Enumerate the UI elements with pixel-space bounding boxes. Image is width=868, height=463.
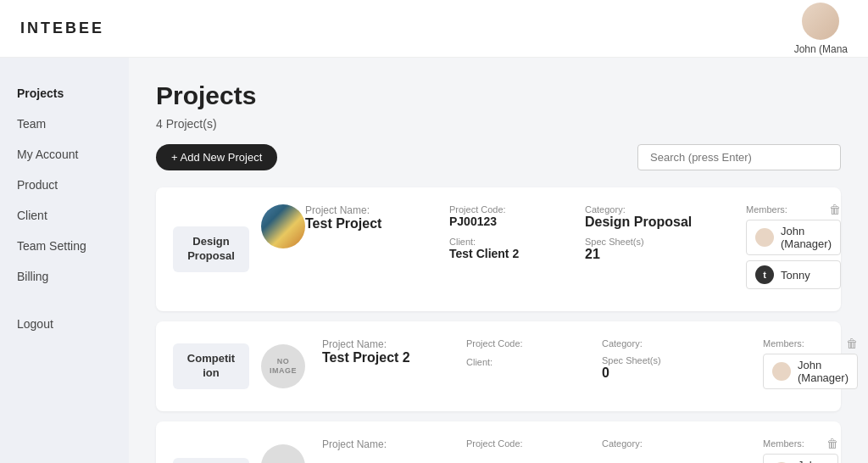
user-name: John (Mana [794, 43, 848, 55]
avatar [802, 3, 839, 40]
toolbar: + Add New Project [156, 144, 841, 170]
sidebar-item-logout[interactable]: Logout [0, 309, 129, 339]
sidebar-item-client[interactable]: Client [0, 200, 129, 231]
project-name-label: Project Name: [322, 438, 441, 450]
user-area[interactable]: John (Mana [794, 3, 848, 55]
members-section: 🗑 Members: John (Mana [763, 438, 838, 463]
members-section: 🗑 Members: John (Manager) t Tonny [746, 204, 841, 294]
project-info: Project Name: Test Project [305, 204, 424, 232]
cat-label: Category: [585, 204, 721, 215]
delete-icon[interactable]: 🗑 [846, 337, 858, 350]
project-name-label: Project Name: [305, 204, 424, 216]
member-name: John (Manager) [798, 359, 849, 384]
sidebar-spacer [0, 292, 129, 309]
client-value: Test Client 2 [449, 247, 559, 260]
project-image: NOIMAGE [261, 344, 305, 388]
category-info: Category: Spec Sheet(s) 0 [602, 338, 737, 381]
member-name: John (Manager) [781, 225, 832, 250]
project-info: Project Name: [322, 438, 441, 450]
project-info: Project Name: Test Project 2 [322, 338, 441, 365]
member-avatar: t [755, 265, 774, 284]
category-badge: DesignProposal [173, 226, 249, 272]
project-details: Project Code: [466, 438, 576, 457]
sidebar-item-billing[interactable]: Billing [0, 261, 129, 292]
cat-label: Category: [602, 338, 737, 349]
member-avatar [772, 362, 791, 381]
cat-label: Category: [602, 438, 737, 449]
logo: INTEBEE [20, 20, 104, 37]
sidebar-item-team-setting[interactable]: Team Setting [0, 231, 129, 261]
client-label: Client: [466, 357, 576, 367]
project-code-label: Project Code: [449, 204, 559, 215]
member-row: John (Manager) [746, 220, 841, 255]
category-info: Category: Design Proposal Spec Sheet(s) … [585, 204, 721, 262]
project-name-label: Project Name: [322, 338, 441, 350]
member-name: Tonny [781, 269, 810, 282]
project-card: Competition NOIMAGE Project Name: Test P… [156, 321, 841, 411]
cat-value: Design Proposal [585, 215, 721, 230]
client-label: Client: [449, 237, 559, 247]
search-input[interactable] [637, 144, 841, 170]
category-badge [173, 458, 249, 463]
project-code-block: Project Code: [466, 338, 576, 349]
page-title: Projects [156, 81, 841, 110]
project-code-label: Project Code: [466, 338, 576, 349]
add-project-button[interactable]: + Add New Project [156, 144, 277, 170]
members-label: Members: [746, 204, 841, 215]
sidebar-item-product[interactable]: Product [0, 170, 129, 200]
sidebar-item-team[interactable]: Team [0, 109, 129, 139]
members-section: 🗑 Members: John (Manager) [763, 338, 858, 394]
delete-icon[interactable]: 🗑 [826, 437, 838, 450]
project-count: 4 Project(s) [156, 117, 841, 131]
main-layout: Projects Team My Account Product Client … [0, 58, 868, 463]
project-code-block: Project Code: [466, 438, 576, 449]
delete-icon[interactable]: 🗑 [829, 203, 841, 216]
project-code-label: Project Code: [466, 438, 576, 449]
spec-label: Spec Sheet(s) [602, 355, 737, 365]
spec-label: Spec Sheet(s) [585, 237, 721, 247]
sidebar-item-projects[interactable]: Projects [0, 78, 129, 109]
member-row: t Tonny [746, 260, 841, 289]
client-block: Client: [466, 357, 576, 367]
project-card: Project Name: Project Code: Category: 🗑 … [156, 421, 841, 463]
member-name: John (Mana [798, 459, 829, 463]
sidebar-item-my-account[interactable]: My Account [0, 139, 129, 170]
members-label: Members: [763, 338, 858, 349]
client-block: Client: Test Client 2 [449, 237, 559, 260]
project-name-value: Test Project [305, 216, 424, 232]
project-details: Project Code: PJ00123 Client: Test Clien… [449, 204, 559, 269]
spec-count: 0 [602, 365, 737, 381]
project-details: Project Code: Client: [466, 338, 576, 376]
category-info: Category: [602, 438, 737, 449]
content-area: Projects 4 Project(s) + Add New Project … [129, 58, 868, 463]
category-badge: Competition [173, 343, 249, 389]
project-image [261, 204, 305, 248]
member-row: John (Mana [763, 454, 838, 463]
project-card: DesignProposal Project Name: Test Projec… [156, 187, 841, 311]
sidebar: Projects Team My Account Product Client … [0, 58, 129, 463]
project-image [261, 444, 305, 463]
member-avatar [755, 228, 774, 247]
header: INTEBEE John (Mana [0, 0, 868, 58]
project-code-block: Project Code: PJ00123 [449, 204, 559, 228]
project-name-value: Test Project 2 [322, 350, 441, 365]
member-row: John (Manager) [763, 354, 858, 389]
spec-count: 21 [585, 247, 721, 262]
project-code-value: PJ00123 [449, 215, 559, 228]
